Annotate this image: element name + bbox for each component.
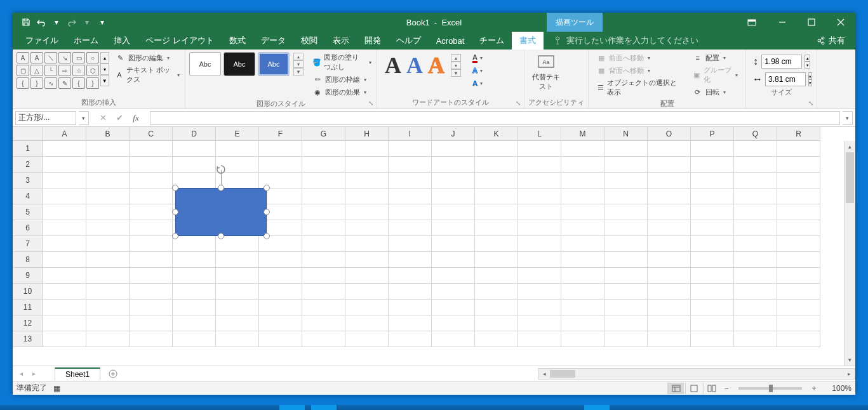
cell[interactable] [302,252,345,268]
cell[interactable] [173,331,216,347]
cell[interactable] [345,331,389,347]
column-header[interactable]: D [173,127,216,141]
cell[interactable] [734,252,777,268]
view-normal-button[interactable] [667,383,684,394]
cell[interactable] [475,331,518,347]
cell[interactable] [518,236,561,252]
cell[interactable] [777,300,820,315]
tab-review[interactable]: 校閲 [293,32,325,50]
column-header[interactable]: O [648,127,691,141]
cell[interactable] [475,300,518,315]
cell[interactable] [259,284,302,300]
cell[interactable] [432,173,475,188]
name-box[interactable]: 正方形/... [15,111,76,125]
cell[interactable] [734,236,777,252]
cell[interactable] [432,220,475,236]
scroll-up-button[interactable]: ▴ [845,141,855,152]
cell[interactable] [130,141,173,157]
cell[interactable] [173,300,216,315]
name-box-dropdown[interactable]: ▾ [79,111,89,125]
cell[interactable] [173,284,216,300]
cell[interactable] [777,173,820,188]
cell[interactable] [518,300,561,315]
shape-outline-button[interactable]: ✏ 図形の枠線▾ [311,74,373,85]
shapes-gallery[interactable]: A A ＼ ↘ ▭ ○ ▢ △ └ ⇨ ☆ ⬡ { } ∿ ✎ { [17,52,99,89]
cell[interactable] [432,284,475,300]
maximize-button[interactable] [797,13,826,32]
cell[interactable] [86,300,130,315]
scroll-left-button[interactable]: ◂ [538,371,550,377]
cell[interactable] [43,331,86,347]
cell[interactable] [130,173,173,188]
cell[interactable] [345,300,389,315]
row-header[interactable]: 3 [13,173,43,188]
redo-dropdown[interactable]: ▾ [80,15,94,29]
cell[interactable] [648,315,691,331]
cell[interactable] [475,204,518,220]
cell[interactable] [216,268,259,284]
cell[interactable] [130,236,173,252]
cell[interactable] [777,236,820,252]
cell[interactable] [173,173,216,188]
zoom-slider[interactable] [738,387,802,390]
view-page-layout-button[interactable] [685,383,702,394]
row-header[interactable]: 6 [13,220,43,236]
cell[interactable] [648,252,691,268]
cell[interactable] [389,300,432,315]
cell[interactable] [734,284,777,300]
tab-format[interactable]: 書式 [512,32,544,50]
vertical-scrollbar[interactable]: ▴ ▾ [844,141,855,366]
cell[interactable] [130,252,173,268]
tab-insert[interactable]: 挿入 [106,32,138,50]
text-fill-button[interactable]: A▾ [472,52,488,63]
shape-star-icon[interactable]: ☆ [72,65,85,76]
text-outline-button[interactable]: A▾ [472,65,488,76]
cell[interactable] [259,300,302,315]
zoom-slider-thumb[interactable] [769,385,773,392]
cell[interactable] [302,141,345,157]
row-header[interactable]: 11 [13,300,43,315]
shapes-scroll-down[interactable]: ▾ [100,63,109,75]
column-header[interactable]: M [561,127,604,141]
cell[interactable] [734,157,777,173]
cell[interactable] [475,268,518,284]
cell[interactable] [86,284,130,300]
edit-shape-button[interactable]: ✎ 図形の編集▾ [114,52,182,63]
shape-oval-icon[interactable]: ○ [86,52,99,63]
cell[interactable] [518,284,561,300]
shape-style-gallery[interactable]: Abc Abc Abc ▴ ▾ ▼ [189,52,304,76]
cell[interactable] [302,315,345,331]
column-header[interactable]: R [777,127,820,141]
cell[interactable] [561,268,604,284]
cell[interactable] [302,188,345,204]
shape-arrow-icon[interactable]: ↘ [58,52,71,63]
cell[interactable] [518,141,561,157]
cell[interactable] [216,141,259,157]
shape-hex-icon[interactable]: ⬡ [86,65,99,76]
cell[interactable] [43,157,86,173]
scroll-right-button[interactable]: ▸ [843,371,855,377]
tell-me-search[interactable]: 実行したい作業を入力してください [554,32,698,50]
group-button[interactable]: ▣グループ化▾ [691,65,739,85]
cell[interactable] [777,284,820,300]
cell[interactable] [691,220,734,236]
cell[interactable] [43,204,86,220]
style-preset-2[interactable]: Abc [224,52,255,76]
cell[interactable] [345,157,389,173]
cell[interactable] [518,204,561,220]
size-launcher[interactable]: ⤡ [806,98,815,107]
cell[interactable] [216,252,259,268]
cell[interactable] [561,173,604,188]
cell[interactable] [302,300,345,315]
cell[interactable] [130,268,173,284]
cell[interactable] [86,141,130,157]
resize-handle-br[interactable] [264,233,270,239]
cell[interactable] [130,331,173,347]
cell[interactable] [691,315,734,331]
cell[interactable] [734,141,777,157]
column-header[interactable]: P [691,127,734,141]
cell[interactable] [777,220,820,236]
tab-file[interactable]: ファイル [18,32,66,50]
cell[interactable] [648,204,691,220]
cell[interactable] [389,173,432,188]
